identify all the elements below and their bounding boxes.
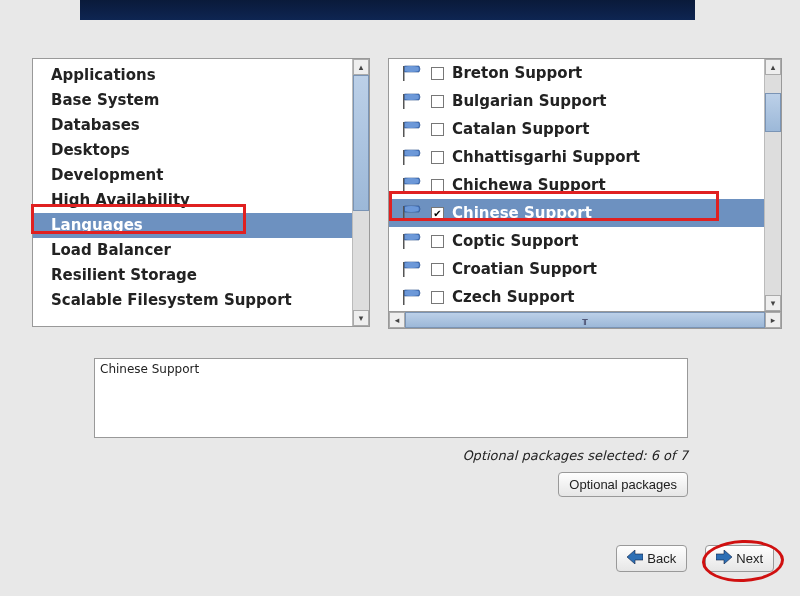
optional-packages-status: Optional packages selected: 6 of 7 — [94, 448, 688, 463]
category-label: Databases — [51, 116, 140, 134]
flag-icon — [401, 148, 423, 166]
category-item[interactable]: Applications — [33, 63, 352, 88]
hscroll-track[interactable]: ╥ — [405, 312, 765, 328]
flag-icon — [401, 260, 423, 278]
category-item[interactable]: Base System — [33, 88, 352, 113]
optional-packages-row: Optional packages — [94, 472, 688, 497]
package-label: Breton Support — [452, 64, 760, 82]
package-checkbox[interactable] — [431, 123, 444, 136]
category-list[interactable]: ApplicationsBase SystemDatabasesDesktops… — [33, 59, 352, 326]
scroll-up-icon[interactable]: ▴ — [765, 59, 781, 75]
back-button[interactable]: Back — [616, 545, 687, 572]
category-item[interactable]: High Availability — [33, 188, 352, 213]
nav-buttons: Back Next — [616, 545, 774, 572]
scroll-up-icon[interactable]: ▴ — [353, 59, 369, 75]
package-label: Chhattisgarhi Support — [452, 148, 760, 166]
package-label: Chinese Support — [452, 204, 760, 222]
package-label: Chichewa Support — [452, 176, 760, 194]
package-label: Coptic Support — [452, 232, 760, 250]
category-item[interactable]: Scalable Filesystem Support — [33, 288, 352, 313]
back-label: Back — [647, 551, 676, 566]
package-hscrollbar[interactable]: ◂ ╥ ▸ — [388, 312, 782, 329]
scroll-thumb[interactable] — [353, 75, 369, 211]
package-list-box: Breton SupportBulgarian SupportCatalan S… — [388, 58, 782, 312]
category-item[interactable]: Development — [33, 163, 352, 188]
package-checkbox[interactable] — [431, 263, 444, 276]
package-panel: Breton SupportBulgarian SupportCatalan S… — [388, 58, 782, 329]
category-item[interactable]: Languages — [33, 213, 352, 238]
next-label: Next — [736, 551, 763, 566]
flag-icon — [401, 92, 423, 110]
package-item[interactable]: Croatian Support — [389, 255, 764, 283]
description-box: Chinese Support — [94, 358, 688, 438]
category-item[interactable]: Databases — [33, 113, 352, 138]
category-item[interactable]: Desktops — [33, 138, 352, 163]
flag-icon — [401, 176, 423, 194]
scroll-right-icon[interactable]: ▸ — [765, 312, 781, 328]
package-item[interactable]: Coptic Support — [389, 227, 764, 255]
hscroll-thumb[interactable]: ╥ — [405, 312, 765, 328]
category-item[interactable]: Load Balancer — [33, 238, 352, 263]
arrow-right-icon — [716, 550, 732, 567]
flag-icon — [401, 232, 423, 250]
scroll-thumb[interactable] — [765, 93, 781, 133]
package-checkbox[interactable] — [431, 235, 444, 248]
package-scrollbar[interactable]: ▴ ▾ — [764, 59, 781, 311]
category-label: High Availability — [51, 191, 190, 209]
package-item[interactable]: ✔Chinese Support — [389, 199, 764, 227]
category-item[interactable]: Resilient Storage — [33, 263, 352, 288]
optional-packages-button[interactable]: Optional packages — [558, 472, 688, 497]
category-scrollbar[interactable]: ▴ ▾ — [352, 59, 369, 326]
scroll-down-icon[interactable]: ▾ — [765, 295, 781, 311]
scroll-track[interactable] — [353, 75, 369, 310]
arrow-left-icon — [627, 550, 643, 567]
package-item[interactable]: Chichewa Support — [389, 171, 764, 199]
category-label: Languages — [51, 216, 143, 234]
flag-icon — [401, 64, 423, 82]
category-label: Resilient Storage — [51, 266, 197, 284]
selection-panels: ApplicationsBase SystemDatabasesDesktops… — [32, 58, 782, 329]
package-checkbox[interactable] — [431, 95, 444, 108]
category-label: Load Balancer — [51, 241, 171, 259]
package-item[interactable]: Breton Support — [389, 59, 764, 87]
category-label: Development — [51, 166, 163, 184]
flag-icon — [401, 120, 423, 138]
svg-marker-10 — [716, 550, 732, 564]
package-label: Catalan Support — [452, 120, 760, 138]
package-checkbox[interactable] — [431, 151, 444, 164]
package-checkbox[interactable] — [431, 179, 444, 192]
description-text: Chinese Support — [100, 362, 199, 376]
package-label: Croatian Support — [452, 260, 760, 278]
category-label: Scalable Filesystem Support — [51, 291, 292, 309]
scroll-down-icon[interactable]: ▾ — [353, 310, 369, 326]
category-label: Desktops — [51, 141, 130, 159]
scroll-track[interactable] — [765, 75, 781, 295]
package-item[interactable]: Czech Support — [389, 283, 764, 311]
scroll-left-icon[interactable]: ◂ — [389, 312, 405, 328]
package-list[interactable]: Breton SupportBulgarian SupportCatalan S… — [389, 59, 764, 311]
package-checkbox[interactable] — [431, 67, 444, 80]
category-list-box: ApplicationsBase SystemDatabasesDesktops… — [32, 58, 370, 327]
package-item[interactable]: Chhattisgarhi Support — [389, 143, 764, 171]
package-item[interactable]: Catalan Support — [389, 115, 764, 143]
next-button[interactable]: Next — [705, 545, 774, 572]
package-label: Bulgarian Support — [452, 92, 760, 110]
flag-icon — [401, 288, 423, 306]
category-label: Base System — [51, 91, 159, 109]
optional-packages-label: Optional packages — [569, 477, 677, 492]
category-label: Applications — [51, 66, 156, 84]
package-label: Czech Support — [452, 288, 760, 306]
package-checkbox[interactable]: ✔ — [431, 207, 444, 220]
svg-marker-9 — [627, 550, 643, 564]
package-item[interactable]: Bulgarian Support — [389, 87, 764, 115]
package-checkbox[interactable] — [431, 291, 444, 304]
flag-icon — [401, 204, 423, 222]
top-banner — [80, 0, 695, 20]
